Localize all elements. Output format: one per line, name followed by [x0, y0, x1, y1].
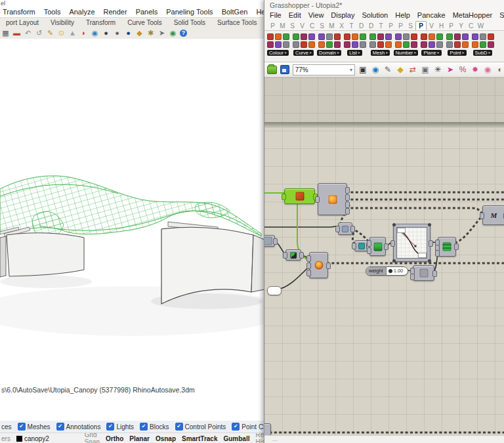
component-icon[interactable]	[352, 41, 358, 48]
ribbon-panel-label[interactable]: Mesh▸	[371, 50, 390, 56]
current-layer[interactable]: canopy2	[16, 435, 49, 442]
gh-tab[interactable]: V	[427, 22, 436, 30]
component-icon[interactable]	[395, 41, 402, 48]
filter-checkbox[interactable]: ✔	[175, 423, 183, 431]
component-icon[interactable]	[326, 33, 333, 40]
record-icon[interactable]: ◉	[483, 66, 492, 74]
filter-checkbox[interactable]: ✔	[140, 423, 148, 431]
component-icon[interactable]	[326, 41, 333, 48]
sphere-gray-icon[interactable]: ●	[113, 30, 121, 37]
component-icon[interactable]	[446, 41, 453, 48]
ribbon-panel-label[interactable]: Domain▸	[317, 50, 341, 56]
ribbon-panel-label[interactable]: List▸	[347, 50, 362, 56]
gh-tab[interactable]: S	[317, 22, 327, 30]
component-icon[interactable]	[454, 33, 461, 40]
rhino-toolbar-tab[interactable]: Transform	[80, 19, 121, 26]
gh-component-selected-mesh-param[interactable]	[284, 188, 315, 204]
component-icon[interactable]	[318, 41, 325, 48]
component-icon[interactable]	[480, 33, 486, 40]
grasshopper-canvas[interactable]: M weight 1.00	[264, 77, 504, 435]
component-icon[interactable]	[395, 33, 402, 40]
component-icon[interactable]	[293, 33, 299, 40]
sphere-dark-icon[interactable]: ●	[102, 30, 110, 37]
component-icon[interactable]	[301, 41, 307, 48]
filter-checkbox[interactable]: ✔	[232, 423, 240, 431]
status-toggle-gumball[interactable]: Gumball	[223, 435, 249, 442]
component-icon[interactable]	[360, 41, 366, 48]
selection-cursor-icon[interactable]: ➤	[158, 30, 166, 37]
component-icon[interactable]	[283, 41, 289, 48]
component-icon[interactable]	[385, 33, 392, 40]
status-toggle-smarttrack[interactable]: SmartTrack	[182, 435, 217, 442]
component-icon[interactable]	[446, 33, 453, 40]
component-icon[interactable]	[344, 33, 350, 40]
gh-menu-item[interactable]: Display	[331, 11, 354, 19]
rhino-toolbar-tab[interactable]: Visibility	[45, 19, 80, 26]
component-icon[interactable]	[403, 41, 410, 48]
palette-icon[interactable]: ◐	[495, 66, 504, 74]
gh-menu-item[interactable]: File	[270, 11, 282, 19]
gh-component-mesh-deconstruct[interactable]	[318, 183, 347, 215]
save-file-icon[interactable]	[280, 65, 289, 74]
gh-tab[interactable]: W	[476, 22, 486, 30]
preview-window-icon[interactable]: ▣	[421, 66, 430, 74]
component-icon[interactable]	[275, 33, 282, 40]
component-icon[interactable]	[411, 41, 417, 48]
component-icon[interactable]	[429, 33, 435, 40]
slider-track[interactable]: 1.00	[387, 267, 408, 275]
rhino-menu-item[interactable]: Render	[104, 8, 127, 16]
gh-tab[interactable]: P	[386, 22, 396, 30]
component-icon[interactable]	[472, 41, 478, 48]
paint-bucket-icon[interactable]: ◆	[396, 66, 405, 74]
gh-menu-item[interactable]: Pancake	[417, 11, 446, 19]
component-icon[interactable]	[429, 41, 435, 48]
gh-component-remap-source[interactable]	[369, 237, 386, 256]
rhino-menu-item[interactable]: Analyze	[69, 8, 94, 16]
slider-knob[interactable]	[388, 269, 392, 273]
filter-checkbox[interactable]: ✔	[18, 423, 26, 431]
gh-component-construct-domain[interactable]	[413, 265, 434, 281]
rhino-menu-item[interactable]: Tools	[44, 8, 61, 16]
component-icon[interactable]	[267, 41, 274, 48]
cluster-icon[interactable]: ✳	[433, 66, 442, 74]
gh-component-mesh-settings[interactable]	[285, 249, 301, 261]
gh-tab[interactable]: V	[297, 22, 307, 30]
component-icon[interactable]	[462, 41, 469, 48]
color-wheel-icon[interactable]: ◉	[91, 30, 99, 37]
gh-menu-item[interactable]: View	[308, 11, 324, 19]
gh-menu-item[interactable]: MetaHopper	[453, 11, 493, 19]
rhino-toolbar-tab[interactable]: Solid Tools	[168, 19, 211, 26]
draw-pencil-icon[interactable]: ✎	[383, 66, 392, 74]
gh-tab[interactable]: D	[366, 22, 376, 30]
filter-item[interactable]: ✔Lights	[106, 423, 134, 431]
filter-item[interactable]: ✔Meshes	[18, 423, 51, 431]
open-file-icon[interactable]	[267, 66, 277, 74]
gh-component-partial-left[interactable]	[264, 235, 275, 247]
zoom-dropdown[interactable]: 77% ▾	[293, 64, 355, 75]
component-icon[interactable]	[369, 33, 376, 40]
gh-tab[interactable]: P	[415, 21, 427, 30]
component-icon[interactable]	[462, 33, 469, 40]
component-icon[interactable]	[421, 33, 427, 40]
component-icon[interactable]	[454, 41, 461, 48]
gh-component-partial-bottom[interactable]	[264, 423, 271, 435]
gh-menu-item[interactable]: SnappingGecko	[499, 11, 504, 19]
component-icon[interactable]	[334, 33, 341, 40]
component-icon[interactable]	[334, 41, 341, 48]
rhino-menu-item[interactable]: Paneling Tools	[166, 8, 213, 16]
filter-checkbox[interactable]: ✔	[106, 423, 114, 431]
component-icon[interactable]	[344, 41, 350, 48]
disable-pointer-icon[interactable]: ➤	[446, 66, 455, 74]
ribbon-panel-label[interactable]: SubD▸	[473, 50, 493, 56]
component-icon[interactable]	[369, 41, 376, 48]
gh-tab[interactable]: P	[396, 22, 406, 30]
pen-icon[interactable]: ✎	[46, 30, 54, 37]
component-icon[interactable]	[377, 33, 384, 40]
gh-component-remap-numbers[interactable]	[438, 237, 456, 257]
gh-component-mesh-output[interactable]: M	[482, 205, 504, 225]
gh-tab[interactable]: X	[337, 22, 346, 30]
component-icon[interactable]	[480, 41, 486, 48]
rhino-toolbar-tab[interactable]: Surface Tools	[211, 19, 262, 26]
rhino-toolbar-tab[interactable]: Curve Tools	[121, 19, 168, 26]
ribbon-panel-label[interactable]: Curve▸	[293, 50, 314, 56]
